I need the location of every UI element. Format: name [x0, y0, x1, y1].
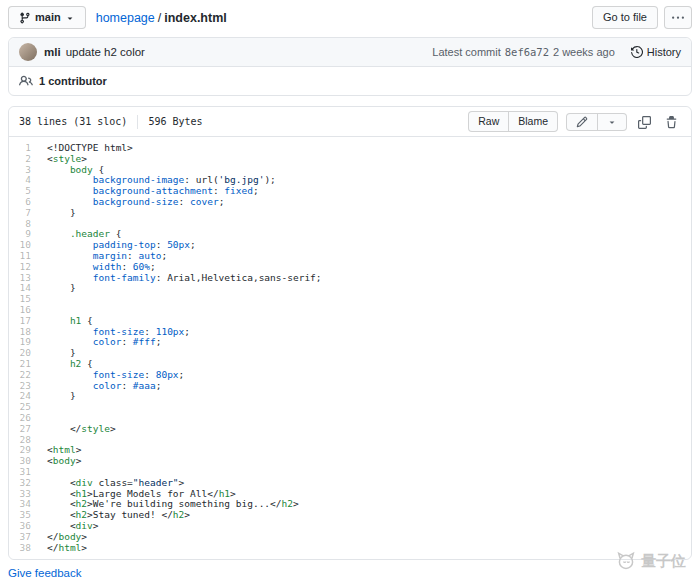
line-content: </body> — [41, 532, 691, 543]
commit-time: 2 weeks ago — [553, 46, 615, 58]
latest-commit-label: Latest commit — [432, 46, 500, 58]
line-number[interactable]: 38 — [9, 543, 41, 554]
file-info-divider — [137, 115, 138, 129]
code-line: 13 font-family: Arial,Helvetica,sans-ser… — [9, 273, 691, 284]
line-content: <body> — [41, 456, 691, 467]
commit-meta: Latest commit 8ef6a72 2 weeks ago Histor… — [432, 46, 681, 58]
line-content: color: #fff; — [41, 337, 691, 348]
code-line: 2<style> — [9, 154, 691, 165]
pencil-icon — [576, 116, 588, 128]
line-content: <html> — [41, 445, 691, 456]
chevron-down-icon — [65, 13, 75, 23]
edit-group — [566, 113, 627, 131]
blob-header: 38 lines (31 sloc) 596 Bytes Raw Blame — [9, 107, 691, 137]
branch-selector-button[interactable]: main — [8, 6, 86, 29]
line-content: } — [41, 348, 691, 359]
git-branch-icon — [19, 12, 31, 24]
code-line: 1<!DOCTYPE html> — [9, 143, 691, 154]
line-content: <h2>Stay tuned! </h2> — [41, 510, 691, 521]
line-number[interactable]: 32 — [9, 478, 41, 489]
code-table-body: 1<!DOCTYPE html>2<style>3 body {4 backgr… — [9, 143, 691, 553]
line-content — [41, 219, 691, 230]
code-view: 1<!DOCTYPE html>2<style>3 body {4 backgr… — [9, 137, 691, 559]
file-size-info: 596 Bytes — [148, 116, 202, 127]
kebab-horizontal-icon — [672, 12, 684, 24]
delete-file-button[interactable] — [662, 112, 681, 131]
blob-page: main homepage/index.html Go to file mli … — [0, 0, 700, 580]
breadcrumb: homepage/index.html — [96, 11, 592, 25]
code-line: 25 — [9, 402, 691, 413]
code-line: 28 — [9, 435, 691, 446]
code-line: 20 } — [9, 348, 691, 359]
code-line: 36 <div> — [9, 521, 691, 532]
breadcrumb-file-name: index.html — [164, 11, 227, 25]
raw-blame-group: Raw Blame — [468, 111, 558, 132]
line-content: </style> — [41, 424, 691, 435]
history-button-label: History — [647, 46, 681, 58]
line-number[interactable]: 37 — [9, 532, 41, 543]
line-content — [41, 305, 691, 316]
line-content: <div> — [41, 521, 691, 532]
breadcrumb-repo-link[interactable]: homepage — [96, 11, 155, 25]
file-navigation-bar: main homepage/index.html Go to file — [8, 6, 692, 29]
code-line: 6 background-size: cover; — [9, 197, 691, 208]
code-line: 30<body> — [9, 456, 691, 467]
code-line: 23 color: #aaa; — [9, 381, 691, 392]
line-content: } — [41, 208, 691, 219]
give-feedback-link[interactable]: Give feedback — [8, 567, 82, 579]
go-to-file-button[interactable]: Go to file — [592, 6, 658, 29]
code-line: 15 — [9, 294, 691, 305]
history-button[interactable]: History — [631, 46, 681, 58]
line-content: } — [41, 391, 691, 402]
line-number[interactable]: 22 — [9, 370, 41, 381]
raw-button[interactable]: Raw — [468, 111, 509, 132]
line-content: <style> — [41, 154, 691, 165]
code-line: 16 — [9, 305, 691, 316]
triangle-down-icon — [607, 117, 617, 127]
blob-actions: Raw Blame — [468, 111, 681, 132]
breadcrumb-separator: / — [158, 11, 161, 25]
copy-icon — [638, 116, 651, 129]
history-icon — [631, 46, 643, 58]
file-box: 38 lines (31 sloc) 596 Bytes Raw Blame — [8, 106, 692, 560]
line-number[interactable]: 27 — [9, 424, 41, 435]
people-icon — [19, 74, 33, 88]
line-content: } — [41, 283, 691, 294]
commit-message-link[interactable]: update h2 color — [66, 46, 145, 58]
blame-button[interactable]: Blame — [508, 111, 558, 132]
contributors-bar: 1 contributor — [9, 67, 691, 95]
line-content — [41, 402, 691, 413]
code-line: 14 } — [9, 283, 691, 294]
contributors-link[interactable]: 1 contributor — [39, 75, 107, 87]
line-content — [41, 294, 691, 305]
code-table: 1<!DOCTYPE html>2<style>3 body {4 backgr… — [9, 143, 691, 553]
commit-author-link[interactable]: mli — [44, 46, 61, 58]
top-right-actions: Go to file — [592, 6, 692, 29]
trash-icon — [665, 116, 678, 129]
line-content: font-family: Arial,Helvetica,sans-serif; — [41, 273, 691, 284]
line-content — [41, 413, 691, 424]
branch-name-label: main — [35, 10, 61, 25]
code-line: 38</html> — [9, 543, 691, 554]
edit-dropdown-button[interactable] — [597, 113, 627, 131]
code-line: 37</body> — [9, 532, 691, 543]
line-content: </html> — [41, 543, 691, 554]
commit-box: mli update h2 color Latest commit 8ef6a7… — [8, 37, 692, 96]
line-content — [41, 435, 691, 446]
file-lines-info: 38 lines (31 sloc) — [19, 116, 127, 127]
line-number[interactable]: 17 — [9, 316, 41, 327]
commit-sha-link[interactable]: 8ef6a72 — [505, 46, 549, 58]
more-options-button[interactable] — [664, 6, 692, 29]
author-avatar[interactable] — [19, 43, 37, 61]
code-line: 29<html> — [9, 445, 691, 456]
code-line: 27 </style> — [9, 424, 691, 435]
line-content: color: #aaa; — [41, 381, 691, 392]
line-content: background-size: cover; — [41, 197, 691, 208]
copy-file-button[interactable] — [635, 112, 654, 131]
code-line: 24 } — [9, 391, 691, 402]
code-line: 19 color: #fff; — [9, 337, 691, 348]
code-line: 35 <h2>Stay tuned! </h2> — [9, 510, 691, 521]
file-info: 38 lines (31 sloc) 596 Bytes — [19, 115, 203, 129]
latest-commit-bar: mli update h2 color Latest commit 8ef6a7… — [9, 38, 691, 67]
edit-file-button[interactable] — [566, 113, 598, 131]
